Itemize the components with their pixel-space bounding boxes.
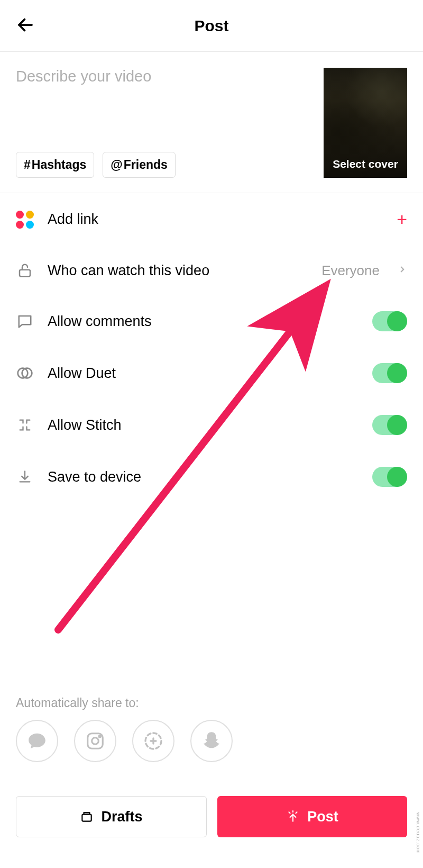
hash-icon: # [24,158,31,172]
compose-section: #Hashtags @Friends Select cover [0,52,423,193]
allow-duet-label: Allow Duet [48,365,358,382]
instagram-icon [85,731,105,751]
share-section: Automatically share to: [16,696,233,762]
svg-point-6 [99,736,100,737]
allow-comments-toggle[interactable] [372,311,407,331]
save-to-device-toggle[interactable] [372,467,407,487]
page-title: Post [194,17,228,35]
post-icon [286,810,300,824]
chat-bubble-icon [27,731,47,751]
svg-line-13 [296,812,297,813]
chevron-right-icon [398,265,407,276]
link-dots-icon [16,211,34,229]
download-icon [16,468,34,486]
share-snapchat-button[interactable] [190,720,233,762]
add-link-label: Add link [48,211,383,228]
friends-button[interactable]: @Friends [103,152,176,178]
header: Post [0,0,423,52]
snapchat-icon [201,730,222,752]
stitch-icon [16,416,34,434]
svg-point-5 [92,738,99,745]
select-cover-button[interactable]: Select cover [324,68,407,178]
svg-line-12 [289,812,290,813]
save-to-device-row: Save to device [0,451,423,503]
hashtags-button[interactable]: #Hashtags [16,152,94,178]
svg-rect-1 [20,270,30,277]
caption-input[interactable] [16,68,313,120]
privacy-label: Who can watch this video [48,263,308,279]
allow-comments-label: Allow comments [48,313,358,330]
allow-stitch-row: Allow Stitch [0,399,423,451]
allow-stitch-label: Allow Stitch [48,417,358,433]
share-instagram-button[interactable] [74,720,116,762]
drafts-button[interactable]: Drafts [16,796,207,837]
plus-icon: + [397,209,407,230]
cover-label: Select cover [324,158,407,170]
allow-duet-row: Allow Duet [0,347,423,399]
share-stories-button[interactable] [132,720,174,762]
back-button[interactable] [16,15,35,37]
svg-rect-10 [82,815,91,821]
privacy-value: Everyone [321,263,380,279]
privacy-row[interactable]: Who can watch this video Everyone [0,246,423,295]
allow-stitch-toggle[interactable] [372,415,407,435]
allow-comments-row: Allow comments [0,295,423,347]
add-link-row[interactable]: Add link + [0,193,423,246]
share-messages-button[interactable] [16,720,58,762]
watermark: www.deuaz.com [416,812,421,854]
drafts-icon [80,810,94,824]
stories-icon [143,730,164,752]
share-label: Automatically share to: [16,696,233,710]
comment-icon [16,312,34,330]
at-icon: @ [111,158,122,172]
bottom-actions: Drafts Post [16,796,407,837]
allow-duet-toggle[interactable] [372,363,407,383]
lock-icon [16,261,34,279]
post-button[interactable]: Post [217,796,407,837]
duet-icon [16,364,34,382]
save-to-device-label: Save to device [48,469,358,485]
